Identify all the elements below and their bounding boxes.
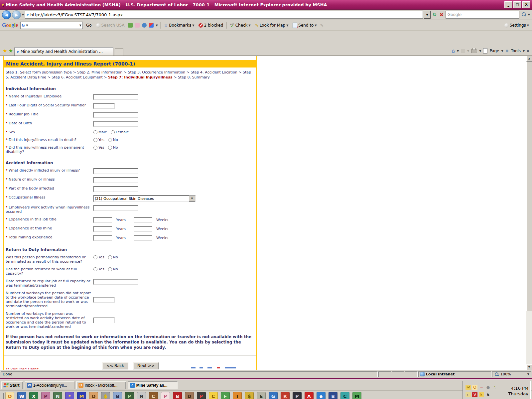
back-button[interactable]: ◀ [2,10,11,19]
text-input[interactable] [93,168,138,174]
text-input[interactable] [93,177,138,183]
red-figure-icon[interactable]: R [281,392,290,399]
radio-button[interactable] [108,267,112,271]
signature-icon[interactable]: ≈ [479,385,484,390]
start-button[interactable]: Start [1,381,23,389]
breadcrumb-step[interactable]: Step 6: Accident Equipment [52,75,102,79]
cat-icon[interactable]: c [466,392,471,397]
radio-button[interactable] [93,267,97,271]
text-input[interactable] [93,318,115,323]
text-input[interactable] [93,297,115,303]
send-to-button[interactable]: Send to ▼ [292,22,318,29]
page-menu[interactable]: Page [489,49,499,53]
book-icon[interactable]: B [329,392,337,399]
years-input[interactable] [93,217,112,223]
favorites-star-icon[interactable]: ★ [3,48,7,54]
maximize-button[interactable]: □ [513,1,521,8]
refresh-icon[interactable]: ↻ [432,12,438,18]
antivirus-shield-icon[interactable]: V [472,392,477,397]
text-input[interactable] [93,279,138,285]
parrot-icon[interactable]: P [125,392,134,399]
money-bag-icon[interactable]: $ [101,392,110,399]
text-input[interactable] [93,186,138,192]
weeks-input[interactable] [134,217,152,223]
gsearch-dropdown-icon[interactable]: ▼ [79,24,81,27]
taskbar-clock[interactable]: 4:16 PM Thursday [508,385,528,397]
forward-button[interactable]: ▶ [12,10,21,19]
breadcrumb-step[interactable]: Step 8: Summary [178,75,210,79]
google-search-input[interactable]: G ▼ ▼ [20,22,83,29]
zoom-dropdown-icon[interactable]: ▼ [527,373,529,376]
weeks-input[interactable] [134,235,152,241]
radio-option-no[interactable]: No [108,267,118,271]
weeks-input[interactable] [134,226,152,232]
highlighter-icon[interactable]: ✎ [320,23,324,28]
text-input[interactable] [93,94,138,100]
radio-option-no[interactable]: No [108,255,118,259]
compass-icon[interactable] [142,23,147,28]
volume-icon[interactable]: ● [485,385,491,390]
toolbar-grip[interactable] [2,393,4,399]
globe-icon[interactable]: G [269,392,278,399]
options-cube-icon[interactable] [149,23,154,28]
breadcrumb-step[interactable]: Step 3: Occurrence Information [128,70,186,74]
zoom-panel[interactable]: 100% ▼ [492,371,531,377]
ie-icon[interactable]: e [317,392,326,399]
minimize-button[interactable]: _ [504,1,512,8]
radio-button[interactable] [93,138,97,142]
address-dropdown-button[interactable]: ▼ [424,11,431,19]
photos-icon[interactable] [128,23,133,28]
text-input[interactable] [93,103,115,109]
scroll-up-button[interactable]: ▲ [526,56,532,62]
clipboard-icon[interactable]: E [257,392,266,399]
breadcrumb-step[interactable]: Step 1: Select form submission type [6,70,72,74]
search-magnifier-icon[interactable] [520,11,527,18]
radio-button[interactable] [111,130,115,134]
popup-blocked-button[interactable]: 2 blocked [198,22,224,28]
pinwheel-icon[interactable]: * [65,392,74,399]
breadcrumb-step[interactable]: Step 4: Accident Location [191,70,237,74]
chick-icon[interactable]: C [209,392,218,399]
bookmarks-button[interactable]: ☆ Bookmarks ▼ [163,22,196,29]
monitor-icon[interactable]: M [352,392,361,399]
radio-button[interactable] [108,138,112,142]
history-dropdown-icon[interactable]: ▼ [22,13,24,16]
vertical-scrollbar[interactable]: ▲ ▼ [526,56,532,370]
years-input[interactable] [93,235,112,241]
creature-icon[interactable]: C [149,392,158,399]
newspaper-icon[interactable]: N [137,392,146,399]
eraser-icon[interactable] [135,23,140,28]
penguin2-icon[interactable]: P [293,392,302,399]
years-input[interactable] [93,226,112,232]
key-icon[interactable]: P [41,392,50,399]
tools-menu[interactable]: Tools [511,49,521,53]
close-button[interactable]: X [522,1,530,8]
active-tab[interactable]: e Mine Safety and Health Administration … [14,47,113,56]
msn-balls-icon[interactable]: ∴ [492,385,497,390]
scrollbar-thumb[interactable] [526,62,532,311]
g-dropdown-icon[interactable]: ▼ [26,24,28,27]
text-input[interactable] [93,112,138,118]
pinky-icon[interactable]: P [161,392,170,399]
search-usa-button[interactable]: Search USA [95,22,126,28]
radio-option-yes[interactable]: Yes [93,138,104,142]
radio-option-yes[interactable]: Yes [93,255,104,259]
frog-icon[interactable]: F [221,392,230,399]
add-favorite-icon[interactable]: ★ [8,48,13,54]
outlook-icon[interactable]: O [5,392,14,399]
settings-button[interactable]: Settings ▼ [503,22,530,28]
address-field[interactable]: e http://lakdev3/EGov.STST.4V7/7000-1.as… [25,11,423,19]
feeds-icon[interactable] [461,49,465,53]
radio-button[interactable] [108,255,112,259]
toolbar-overflow-chevron[interactable]: » [527,49,529,53]
mail-icon[interactable]: ✉ [466,385,471,390]
look-for-map-button[interactable]: ✎ Look for Map ▼ [254,22,290,29]
marge-icon[interactable]: M [77,392,86,399]
radio-option-female[interactable]: Female [111,130,129,134]
cube-dropdown-icon[interactable]: ▼ [156,24,158,27]
key-lock-icon[interactable]: k [479,392,484,397]
search-dropdown-icon[interactable]: ▼ [528,13,530,16]
home-icon[interactable]: ⌂ [452,48,455,54]
notebook-icon[interactable]: N [53,392,62,399]
radio-button[interactable] [108,146,112,150]
